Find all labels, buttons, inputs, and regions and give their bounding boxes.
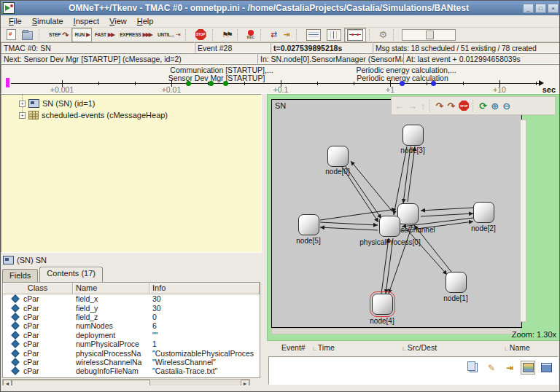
- express-button[interactable]: EXPRESS ▶▶▶: [117, 28, 155, 42]
- zoom-in-icon[interactable]: ⊕: [491, 101, 499, 111]
- options-button[interactable]: ⚙: [376, 28, 391, 42]
- submodule-node0[interactable]: [327, 146, 349, 167]
- submodule-node2[interactable]: [473, 202, 494, 223]
- table-row[interactable]: cPar wirelessChannelNa"WirelessChannel": [3, 358, 260, 366]
- step-button[interactable]: STEP ↷: [46, 28, 71, 42]
- submodule-node5[interactable]: [298, 214, 319, 235]
- toolbar-separator: [472, 100, 475, 111]
- inspector-header: (SN) SN ← → ↑: [1, 253, 262, 267]
- canvas-vertical-scrollbar[interactable]: [520, 119, 526, 322]
- horizontal-split-icon: [306, 29, 321, 41]
- finish-button[interactable]: ⚑⚑: [219, 28, 234, 42]
- menu-simulate[interactable]: Simulate: [27, 16, 69, 26]
- inspector-tabs: Fields Contents (17): [2, 268, 103, 282]
- menu-view[interactable]: View: [104, 16, 132, 26]
- table-header: Class Name Info: [3, 283, 260, 294]
- goto-event-button[interactable]: ⇥: [502, 361, 517, 375]
- table-row[interactable]: cPar field_x30: [3, 294, 260, 303]
- submodule-physicalprocess[interactable]: [379, 216, 400, 237]
- minimize-button[interactable]: _: [523, 4, 534, 13]
- redraw-icon[interactable]: ⟳: [479, 101, 487, 111]
- until-button[interactable]: UNTIL... ⇥: [155, 28, 182, 42]
- submodule-node3[interactable]: [402, 125, 424, 146]
- timeline-event-dot[interactable]: [223, 81, 228, 86]
- table-row[interactable]: cPar deployment"": [3, 331, 260, 340]
- close-button[interactable]: ×: [548, 4, 559, 13]
- tree-item-label: SN (SN) (id=1): [42, 99, 95, 108]
- message-arrows-icon: ⇄: [271, 30, 277, 39]
- fast-until-module-icon[interactable]: ↷: [447, 101, 455, 111]
- timeline-tick: +0.01: [162, 85, 182, 94]
- load-inifile-button[interactable]: [19, 28, 36, 42]
- goto-message-button[interactable]: ⇥: [280, 28, 292, 42]
- tab-fields[interactable]: Fields: [2, 269, 38, 282]
- canvas-horizontal-scrollbar[interactable]: [271, 328, 521, 334]
- column-name[interactable]: Name: [73, 283, 149, 294]
- run-until-module-icon[interactable]: ↷: [436, 101, 444, 111]
- eventlog-column-time[interactable]: ∟Time: [312, 343, 335, 352]
- eventlog-column-name[interactable]: ∟Name: [504, 343, 530, 352]
- column-info[interactable]: Info: [149, 283, 260, 294]
- status-next-time: At: last event + 0.012994658039s: [403, 53, 560, 64]
- table-row[interactable]: cPar numNodes6: [3, 321, 260, 330]
- compound-module-icon: [28, 99, 39, 108]
- banner-mode-button[interactable]: [539, 361, 553, 375]
- copy-button[interactable]: [466, 361, 481, 375]
- submodule-wirelesschannel[interactable]: [397, 203, 419, 224]
- fast-button[interactable]: FAST ▶▶: [92, 28, 117, 42]
- slider-thumb[interactable]: [426, 31, 434, 39]
- expand-icon[interactable]: +: [19, 101, 26, 107]
- timeline-event-dot[interactable]: [431, 81, 436, 86]
- table-row[interactable]: cPar field_y30: [3, 303, 260, 312]
- eventlog-column-event[interactable]: Event#: [281, 343, 306, 352]
- forward-icon[interactable]: →: [408, 101, 417, 111]
- table-row[interactable]: cPar physicalProcessNa"CustomizablePhysi…: [3, 348, 260, 357]
- eventlog-panel: Event# ∟Time ∟Src/Dest ∟Name ✎ ⇥: [267, 341, 560, 392]
- timeline-event-dot[interactable]: [209, 81, 214, 86]
- titlebar[interactable]: OMNeT++/Tkenv - TMAC #0 - omnetpp.ini - …: [1, 1, 560, 15]
- new-config-button[interactable]: #: [4, 28, 19, 42]
- record-eventlog-button[interactable]: REC: [244, 28, 258, 42]
- maximize-button[interactable]: □: [535, 4, 546, 13]
- menu-file[interactable]: File: [4, 16, 27, 26]
- canvas-toolbar: ← → ↑ ↷ ↷ STOP ⟳ ⊕ ⊖: [391, 96, 556, 115]
- timeline-event-dot[interactable]: [186, 81, 191, 86]
- menu-help[interactable]: Help: [132, 16, 159, 26]
- eventlog-list[interactable]: ✎ ⇥: [268, 356, 559, 385]
- timeline-toggle-button[interactable]: [344, 28, 366, 42]
- vertical-split-button[interactable]: [324, 28, 344, 42]
- column-class[interactable]: Class: [3, 283, 73, 294]
- stop-button[interactable]: STOP: [192, 28, 209, 42]
- submodule-label: node[2]: [471, 224, 495, 232]
- timeline-axis: [11, 83, 540, 84]
- horizontal-split-button[interactable]: [303, 28, 324, 42]
- table-row[interactable]: cPar field_z0: [3, 313, 260, 321]
- tree-item-network[interactable]: + SN (SN) (id=1): [19, 99, 95, 108]
- expand-icon[interactable]: +: [19, 112, 26, 119]
- zoom-out-icon[interactable]: ⊖: [502, 101, 510, 111]
- submodule-node4-selected[interactable]: [372, 294, 393, 315]
- up-icon[interactable]: ↑: [421, 101, 426, 111]
- copy-icon: [470, 363, 478, 372]
- tab-contents[interactable]: Contents (17): [39, 267, 103, 282]
- filter-button[interactable]: ✎: [484, 361, 499, 375]
- tree-item-scheduled-events[interactable]: + scheduled-events (cMessageHeap): [19, 111, 168, 119]
- back-icon[interactable]: ←: [394, 101, 404, 111]
- animation-speed-slider[interactable]: [402, 29, 456, 41]
- eventlog-column-srcdest[interactable]: ∟Src/Dest: [402, 343, 437, 352]
- toolbar-separator: [429, 100, 432, 111]
- table-mode-button[interactable]: [521, 361, 535, 375]
- submodule-node1[interactable]: [446, 272, 467, 293]
- network-canvas[interactable]: SN: [271, 99, 522, 328]
- menu-inspect[interactable]: Inspect: [69, 16, 104, 26]
- stop-icon[interactable]: STOP: [459, 101, 469, 111]
- timeline-panel[interactable]: Communication [STARTUP],... Sensor Dev M…: [1, 64, 560, 94]
- menubar: File Simulate Inspect View Help: [1, 15, 560, 28]
- param-icon: [11, 313, 19, 321]
- message-animation-button[interactable]: ⇄: [268, 28, 280, 42]
- timeline-event-dot[interactable]: [400, 81, 405, 86]
- status-simtime: t=0.027539895218s: [271, 42, 373, 53]
- table-row[interactable]: cPar debugInfoFileNam"Castalia-Trace.txt…: [3, 366, 260, 375]
- table-row[interactable]: cPar numPhysicalProce1: [3, 340, 260, 348]
- run-button[interactable]: RUN ▶: [71, 28, 92, 42]
